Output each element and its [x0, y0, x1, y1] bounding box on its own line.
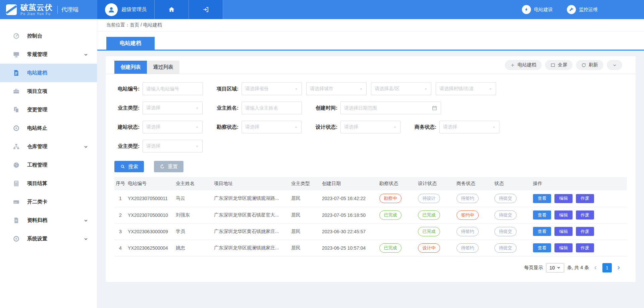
col-business-status: 商务状态 [457, 177, 494, 190]
edit-button[interactable]: 编辑 [554, 227, 573, 236]
col-owner-name: 业主姓名 [176, 177, 214, 190]
breadcrumb: 当前位置： 首页 / 电站建档 [97, 19, 644, 32]
page-number-1[interactable]: 1 [602, 263, 612, 272]
col-owner-type: 业主类型 [291, 177, 322, 190]
edit-button[interactable]: 编辑 [554, 243, 573, 252]
sidebar-item-general-mgmt[interactable]: 常规管理 [0, 45, 97, 64]
home-icon [168, 6, 175, 13]
void-button[interactable]: 作废 [576, 243, 594, 252]
town-select[interactable]: 请选择村镇/街道 [436, 82, 496, 95]
void-button[interactable]: 作废 [576, 227, 594, 236]
field-station-code: 电站编号: [114, 82, 203, 95]
create-time-label: 创建时间: [312, 105, 337, 111]
date-range-input[interactable] [344, 105, 432, 111]
search-button[interactable]: 搜索 [114, 161, 144, 172]
status-badge: 待提交 [494, 194, 517, 203]
sidebar-item-console[interactable]: 控制台 [0, 27, 97, 45]
station-code-input[interactable] [143, 82, 203, 95]
survey-status-badge: 已完成 [379, 210, 401, 220]
table-row: 1 YX2023070500011 马云 广东深圳龙华区观澜镇观湖路... 居民… [114, 190, 627, 207]
design-status-select[interactable]: 请选择 [340, 121, 400, 133]
design-status-badge: 已完成 [418, 210, 440, 220]
top-header: 破茧云伏 Po Jian Yun Fu 代理端 超级管理员 [0, 0, 644, 19]
view-button[interactable]: 查看 [533, 194, 551, 203]
view-button[interactable]: 查看 [533, 243, 551, 252]
county-select[interactable]: 请选择县/区 [371, 82, 431, 95]
collapse-button[interactable] [607, 60, 622, 70]
filter-buttons: 搜索 重置 [114, 161, 627, 172]
caret-down-icon [491, 125, 496, 130]
owner-name-input[interactable] [241, 102, 302, 114]
sidebar-item-station-terminate[interactable]: 电站终止 [0, 119, 97, 137]
plus-icon [510, 63, 515, 68]
tab-passed-list[interactable]: 通过列表 [147, 61, 179, 74]
sidebar-item-class2-card[interactable]: 开二类卡 [0, 193, 97, 211]
survey-status-select[interactable]: 请选择 [241, 121, 302, 133]
void-button[interactable]: 作废 [576, 194, 594, 203]
prev-page-button[interactable] [592, 264, 599, 271]
sidebar-item-warehouse-mgmt[interactable]: 仓库管理 [0, 137, 97, 156]
header-spacer [223, 0, 522, 19]
field-owner-name: 业主姓名: [213, 102, 302, 114]
content: 创建列表 通过列表 电站建档 全屏 刷新 [97, 51, 644, 282]
design-status-badge: 待设计 [418, 194, 440, 203]
owner-type-select[interactable]: 请选择 [143, 102, 203, 114]
survey-status-label: 勘察状态: [213, 124, 238, 130]
date-range-picker[interactable] [340, 102, 441, 114]
breadcrumb-path[interactable]: 首页 / 电站建档 [130, 22, 162, 28]
sidebar-item-project-initiation[interactable]: 项目立项 [0, 82, 97, 101]
chevron-down-icon [84, 237, 88, 241]
sidebar-item-system-settings[interactable]: 系统设置 [0, 230, 97, 248]
per-page-select[interactable]: 10 [546, 263, 564, 272]
add-station-button[interactable]: 电站建档 [505, 60, 542, 70]
shortcut-monitor-ops[interactable]: 监控运维 [567, 5, 598, 14]
tab-create-list[interactable]: 创建列表 [114, 61, 147, 74]
user-menu[interactable]: 超级管理员 [97, 0, 155, 19]
breadcrumb-prefix: 当前位置： [106, 22, 130, 28]
void-button[interactable]: 作废 [576, 210, 594, 220]
refresh-button[interactable]: 刷新 [576, 60, 603, 70]
wrench-icon [567, 5, 576, 14]
panel-tab-row: 创建列表 通过列表 电站建档 全屏 刷新 [106, 56, 636, 74]
table-row: 2 YX2023070500010 刘强东 广东深圳龙华区黄石镇星官大... 居… [114, 207, 627, 223]
sitemap-icon [13, 143, 20, 150]
build-status-label: 建站状态: [114, 124, 140, 130]
next-page-button[interactable] [615, 264, 622, 271]
view-button[interactable]: 查看 [533, 227, 551, 236]
design-status-label: 设计状态: [312, 124, 337, 130]
fullscreen-icon [550, 63, 555, 68]
lightning-icon [522, 5, 531, 14]
reset-button[interactable]: 重置 [154, 161, 183, 172]
status-badge: 待提交 [494, 210, 517, 220]
sidebar-item-data-archive[interactable]: 资料归档 [0, 211, 97, 230]
caret-down-icon [392, 125, 397, 130]
home-button[interactable] [155, 0, 189, 19]
shortcut-station-build[interactable]: 电站建设 [522, 5, 553, 14]
sidebar-item-engineering-mgmt[interactable]: 工程管理 [0, 156, 97, 174]
caret-down-icon [488, 86, 493, 91]
logout-button[interactable] [189, 0, 223, 19]
business-status-select[interactable]: 请选择 [439, 121, 499, 133]
sidebar-item-change-mgmt[interactable]: 变更管理 [0, 101, 97, 119]
chevron-down-icon [84, 218, 88, 223]
city-select[interactable]: 请选择城市 [306, 82, 367, 95]
province-select[interactable]: 请选择省份 [241, 82, 302, 95]
field-build-status: 建站状态: 请选择 [114, 121, 203, 133]
user-name: 超级管理员 [121, 6, 147, 13]
target-icon [13, 125, 20, 132]
page-tab-station-archive[interactable]: 电站建档 [106, 37, 155, 50]
view-button[interactable]: 查看 [533, 210, 551, 220]
status-badge: 待提交 [494, 227, 517, 236]
col-seq: 序号 [114, 177, 128, 190]
sidebar-item-project-settlement[interactable]: 项目结算 [0, 174, 97, 193]
owner-type2-select[interactable]: 请选择 [143, 140, 203, 152]
build-status-select[interactable]: 请选择 [143, 121, 203, 133]
survey-status-badge: 已完成 [379, 243, 401, 253]
fullscreen-button[interactable]: 全屏 [545, 60, 573, 70]
sidebar-item-station-archive[interactable]: 电站建档 [0, 64, 97, 82]
field-owner-type: 业主类型: 请选择 [114, 102, 203, 114]
edit-button[interactable]: 编辑 [554, 210, 573, 220]
reset-icon [160, 164, 165, 169]
edit-button[interactable]: 编辑 [554, 194, 573, 203]
brand-title: 破茧云伏 [20, 3, 53, 11]
